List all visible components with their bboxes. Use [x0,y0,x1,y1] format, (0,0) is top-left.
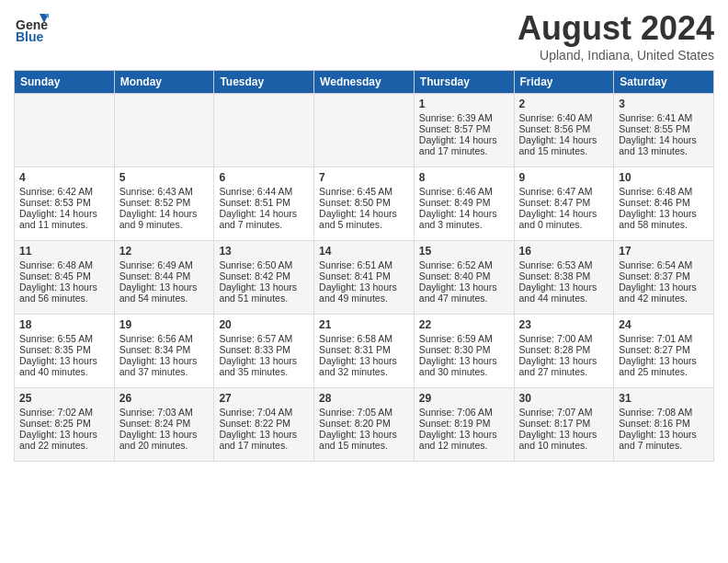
daylight-text: Daylight: 13 hours and 22 minutes. [19,429,109,451]
table-row: 11Sunrise: 6:48 AMSunset: 8:45 PMDayligh… [15,241,115,315]
day-number: 28 [319,392,409,405]
day-number: 22 [419,318,509,331]
table-row: 16Sunrise: 6:53 AMSunset: 8:38 PMDayligh… [514,241,614,315]
daylight-text: Daylight: 14 hours and 17 minutes. [419,134,509,156]
sunrise-text: Sunrise: 6:46 AM [419,186,509,197]
day-number: 17 [619,245,709,258]
day-number: 5 [119,171,210,184]
sunset-text: Sunset: 8:53 PM [19,197,109,208]
day-number: 30 [519,392,609,405]
day-number: 20 [219,318,309,331]
daylight-text: Daylight: 13 hours and 27 minutes. [519,355,609,377]
sunset-text: Sunset: 8:51 PM [219,197,309,208]
calendar-week-row: 1Sunrise: 6:39 AMSunset: 8:57 PMDaylight… [15,94,714,167]
logo: General Blue [14,9,51,44]
location: Upland, Indiana, United States [518,48,714,63]
col-friday: Friday [514,71,614,94]
sunrise-text: Sunrise: 6:58 AM [319,333,409,344]
sunrise-text: Sunrise: 6:48 AM [19,259,109,270]
table-row: 10Sunrise: 6:48 AMSunset: 8:46 PMDayligh… [614,167,714,241]
sunset-text: Sunset: 8:37 PM [619,270,709,282]
day-number: 23 [519,318,609,331]
sunrise-text: Sunrise: 6:40 AM [519,112,609,123]
sunset-text: Sunset: 8:35 PM [19,344,109,355]
table-row: 22Sunrise: 6:59 AMSunset: 8:30 PMDayligh… [414,315,514,388]
sunrise-text: Sunrise: 6:45 AM [319,186,409,197]
sunrise-text: Sunrise: 6:53 AM [519,259,609,270]
daylight-text: Daylight: 13 hours and 20 minutes. [119,429,210,451]
day-number: 31 [619,392,709,405]
sunrise-text: Sunrise: 6:50 AM [219,259,309,270]
title-block: August 2024 Upland, Indiana, United Stat… [518,9,714,63]
col-thursday: Thursday [414,71,514,94]
day-number: 19 [119,318,210,331]
day-number: 18 [19,318,109,331]
sunset-text: Sunset: 8:41 PM [319,270,409,282]
daylight-text: Daylight: 13 hours and 51 minutes. [219,282,309,304]
table-row: 20Sunrise: 6:57 AMSunset: 8:33 PMDayligh… [214,315,314,388]
day-number: 7 [319,171,409,184]
sunrise-text: Sunrise: 7:08 AM [619,407,709,418]
sunrise-text: Sunrise: 6:56 AM [119,333,210,344]
sunset-text: Sunset: 8:25 PM [19,418,109,429]
daylight-text: Daylight: 13 hours and 40 minutes. [19,355,109,377]
sunrise-text: Sunrise: 7:01 AM [619,333,709,344]
day-number: 2 [519,98,609,110]
sunset-text: Sunset: 8:22 PM [219,418,309,429]
daylight-text: Daylight: 13 hours and 32 minutes. [319,355,409,377]
daylight-text: Daylight: 13 hours and 42 minutes. [619,282,709,304]
sunset-text: Sunset: 8:52 PM [119,197,210,208]
calendar-week-row: 4Sunrise: 6:42 AMSunset: 8:53 PMDaylight… [15,167,714,241]
day-number: 10 [619,171,709,184]
daylight-text: Daylight: 13 hours and 47 minutes. [419,282,509,304]
daylight-text: Daylight: 13 hours and 7 minutes. [619,429,709,451]
sunset-text: Sunset: 8:30 PM [419,344,509,355]
sunset-text: Sunset: 8:55 PM [619,123,709,134]
daylight-text: Daylight: 13 hours and 15 minutes. [319,429,409,451]
daylight-text: Daylight: 13 hours and 17 minutes. [219,429,309,451]
sunset-text: Sunset: 8:47 PM [519,197,609,208]
table-row: 2Sunrise: 6:40 AMSunset: 8:56 PMDaylight… [514,94,614,167]
sunrise-text: Sunrise: 6:59 AM [419,333,509,344]
table-row [214,94,314,167]
table-row: 30Sunrise: 7:07 AMSunset: 8:17 PMDayligh… [514,388,614,462]
day-number: 21 [319,318,409,331]
calendar-table: Sunday Monday Tuesday Wednesday Thursday… [14,70,714,462]
day-number: 8 [419,171,509,184]
day-number: 6 [219,171,309,184]
sunrise-text: Sunrise: 7:00 AM [519,333,609,344]
table-row: 8Sunrise: 6:46 AMSunset: 8:49 PMDaylight… [414,167,514,241]
day-number: 11 [19,245,109,258]
sunset-text: Sunset: 8:33 PM [219,344,309,355]
header: General Blue August 2024 Upland, Indiana… [14,9,714,63]
table-row: 21Sunrise: 6:58 AMSunset: 8:31 PMDayligh… [314,315,415,388]
table-row: 27Sunrise: 7:04 AMSunset: 8:22 PMDayligh… [214,388,314,462]
sunset-text: Sunset: 8:38 PM [519,270,609,282]
daylight-text: Daylight: 14 hours and 7 minutes. [219,208,309,230]
page: General Blue August 2024 Upland, Indiana… [0,0,728,563]
table-row: 1Sunrise: 6:39 AMSunset: 8:57 PMDaylight… [414,94,514,167]
sunset-text: Sunset: 8:19 PM [419,418,509,429]
table-row: 28Sunrise: 7:05 AMSunset: 8:20 PMDayligh… [314,388,415,462]
sunrise-text: Sunrise: 6:41 AM [619,112,709,123]
svg-text:Blue: Blue [16,29,44,44]
table-row: 29Sunrise: 7:06 AMSunset: 8:19 PMDayligh… [414,388,514,462]
sunrise-text: Sunrise: 6:51 AM [319,259,409,270]
day-number: 12 [119,245,210,258]
day-number: 3 [619,98,709,110]
sunset-text: Sunset: 8:45 PM [19,270,109,282]
sunset-text: Sunset: 8:31 PM [319,344,409,355]
day-number: 13 [219,245,309,258]
sunset-text: Sunset: 8:40 PM [419,270,509,282]
daylight-text: Daylight: 13 hours and 44 minutes. [519,282,609,304]
sunrise-text: Sunrise: 6:48 AM [619,186,709,197]
sunrise-text: Sunrise: 6:55 AM [19,333,109,344]
table-row: 3Sunrise: 6:41 AMSunset: 8:55 PMDaylight… [614,94,714,167]
daylight-text: Daylight: 13 hours and 25 minutes. [619,355,709,377]
sunrise-text: Sunrise: 7:04 AM [219,407,309,418]
day-number: 26 [119,392,210,405]
logo-icon: General Blue [14,9,49,44]
daylight-text: Daylight: 13 hours and 10 minutes. [519,429,609,451]
day-number: 24 [619,318,709,331]
calendar-week-row: 11Sunrise: 6:48 AMSunset: 8:45 PMDayligh… [15,241,714,315]
